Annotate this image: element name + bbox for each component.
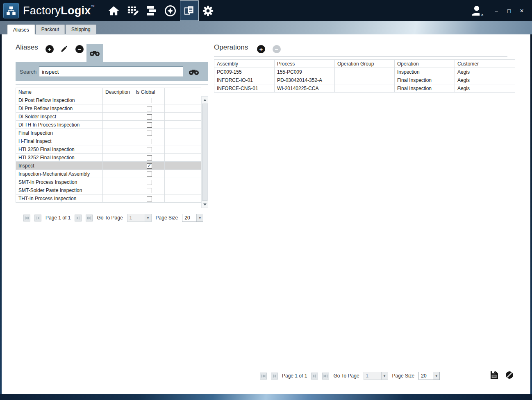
alias-isglobal-cell	[133, 113, 165, 121]
operation-row[interactable]: INFORCE-CNS-01WI-20140225-CCAFinal Inspe…	[214, 84, 515, 93]
aliases-pagination: Page 1 of 1 Go To Page 1 ▼ Page Size 20 …	[23, 214, 203, 222]
first-page-button[interactable]	[23, 215, 30, 221]
is-global-checkbox[interactable]	[147, 172, 152, 177]
operation-cell: PD-03042014-352-A	[275, 76, 335, 84]
alias-row[interactable]: Inspect	[16, 162, 201, 170]
first-page-button[interactable]	[260, 373, 267, 380]
previous-page-button[interactable]	[34, 215, 41, 221]
alias-row[interactable]: DI Solder Inspect	[16, 113, 201, 121]
npi-compass-icon[interactable]	[161, 0, 180, 21]
alias-row[interactable]: HTI 3252 Final Inspection	[16, 154, 201, 162]
is-global-checkbox[interactable]	[147, 188, 152, 193]
edit-alias-button[interactable]	[60, 45, 68, 54]
alias-row[interactable]: H-Final Inspect	[16, 137, 201, 145]
is-global-checkbox[interactable]	[147, 180, 152, 185]
alias-row[interactable]: DI TH In Process Inspection	[16, 121, 201, 129]
operation-cell: INFORCE-IO-01	[214, 76, 275, 84]
is-global-checkbox[interactable]	[147, 147, 152, 152]
tab-shipping[interactable]: Shipping	[66, 25, 96, 34]
aliases-column-header[interactable]: Name	[16, 88, 103, 96]
alias-isglobal-cell	[133, 178, 165, 186]
vertical-scrollbar[interactable]	[201, 96, 208, 208]
alias-isglobal-cell	[133, 104, 165, 113]
operations-column-header[interactable]: Process	[275, 60, 335, 68]
is-global-checkbox[interactable]	[147, 122, 152, 128]
scrollbar-thumb[interactable]	[202, 104, 207, 201]
remove-alias-button[interactable]: −	[75, 45, 84, 53]
remove-operation-button[interactable]: −	[273, 45, 281, 53]
alias-empty-cell	[165, 104, 201, 113]
alias-row[interactable]: DI Post Reflow Inspection	[16, 96, 201, 104]
next-page-button[interactable]	[75, 215, 82, 221]
is-global-checkbox[interactable]	[147, 163, 152, 169]
titlebar: FactoryLogix™	[0, 0, 532, 21]
operations-column-header[interactable]: Operation	[395, 60, 455, 68]
alias-isglobal-cell	[133, 121, 165, 129]
go-to-page-input[interactable]: 1 ▼	[364, 372, 388, 380]
add-operation-button[interactable]: +	[257, 45, 265, 53]
alias-row[interactable]: Final Inspection	[16, 129, 201, 137]
is-global-checkbox[interactable]	[147, 98, 152, 103]
alias-row[interactable]: SMT-Solder Paste Inspection	[16, 186, 201, 194]
add-alias-button[interactable]: +	[45, 45, 54, 53]
is-global-checkbox[interactable]	[147, 196, 152, 201]
settings-gear-icon[interactable]	[199, 0, 218, 21]
run-search-binoculars-icon[interactable]	[189, 68, 199, 75]
is-global-checkbox[interactable]	[147, 131, 152, 136]
go-to-page-input[interactable]: 1 ▼	[127, 214, 152, 222]
previous-page-button[interactable]	[271, 373, 278, 380]
page-size-select[interactable]: 20 ▼	[182, 214, 203, 222]
user-icon[interactable]: ✕	[471, 5, 483, 17]
alias-row[interactable]: THT-In Process Inspection	[16, 194, 201, 203]
save-floppy-icon[interactable]	[490, 371, 498, 381]
home-icon[interactable]	[105, 0, 123, 21]
titlebar-right: ✕ – ◻ ✕	[471, 5, 532, 17]
last-page-button[interactable]	[322, 373, 329, 380]
alias-row[interactable]: Inspection-Mechanical Assembly	[16, 170, 201, 178]
tab-packout[interactable]: Packout	[36, 25, 65, 34]
alias-name-cell: SMT-Solder Paste Inspection	[16, 186, 103, 194]
production-grid-icon[interactable]	[123, 0, 142, 21]
search-binoculars-toggle[interactable]	[86, 44, 103, 62]
aliases-column-header[interactable]: Is Global	[133, 88, 165, 96]
main-content: Aliases + − Search	[2, 34, 530, 394]
minimize-button[interactable]: –	[493, 8, 499, 14]
alias-row[interactable]: DI Pre Reflow Inspection	[16, 104, 201, 113]
alias-empty-cell	[165, 121, 201, 129]
aliases-header-row: NameDescriptionIs Global	[16, 88, 201, 96]
is-global-checkbox[interactable]	[147, 114, 152, 120]
operation-row[interactable]: PC009-155155-PC009InspectionAegis	[214, 68, 515, 76]
tab-aliases[interactable]: Aliases	[7, 25, 35, 34]
warehouse-stack-icon[interactable]	[142, 0, 161, 21]
operation-cell: Inspection	[395, 68, 455, 76]
alias-row[interactable]: HTI 3250 Final Inspection	[16, 145, 201, 154]
is-global-checkbox[interactable]	[147, 139, 152, 144]
maximize-button[interactable]: ◻	[506, 8, 512, 14]
aliases-column-header[interactable]: Description	[103, 88, 133, 96]
page-indicator: Page 1 of 1	[282, 373, 307, 379]
alias-empty-cell	[165, 154, 201, 162]
aliases-column-header[interactable]	[165, 88, 201, 96]
last-page-button[interactable]	[86, 215, 93, 221]
is-global-checkbox[interactable]	[147, 155, 152, 160]
reports-documents-icon[interactable]	[180, 0, 199, 21]
is-global-checkbox[interactable]	[147, 106, 152, 111]
operations-column-header[interactable]: Operation Group	[335, 60, 395, 68]
alias-isglobal-cell	[133, 170, 165, 178]
scroll-up-icon[interactable]	[202, 97, 208, 103]
operations-column-header[interactable]: Assembly	[214, 60, 275, 68]
dropdown-arrow-icon: ▼	[145, 214, 151, 221]
scroll-down-icon[interactable]	[202, 201, 208, 208]
alias-name-cell: DI Post Reflow Inspection	[16, 96, 103, 104]
alias-row[interactable]: SMT-In Process Inspection	[16, 178, 201, 186]
next-page-button[interactable]	[311, 373, 318, 380]
operation-row[interactable]: INFORCE-IO-01PD-03042014-352-AFinal Insp…	[214, 76, 515, 84]
alias-description-cell	[103, 129, 133, 137]
alias-description-cell	[103, 104, 133, 113]
page-size-select[interactable]: 20 ▼	[418, 372, 440, 380]
operations-column-header[interactable]: Customer	[455, 60, 515, 68]
cancel-slash-icon[interactable]	[505, 371, 514, 381]
operation-cell	[335, 68, 395, 76]
search-input[interactable]	[39, 66, 183, 77]
close-button[interactable]: ✕	[519, 8, 525, 14]
